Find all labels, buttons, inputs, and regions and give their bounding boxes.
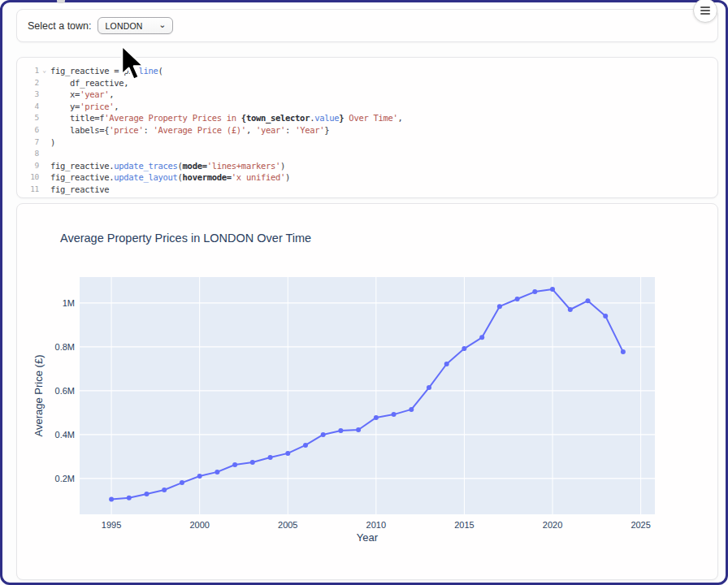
line-number: 8 bbox=[22, 148, 39, 160]
data-point[interactable] bbox=[303, 443, 308, 448]
fold-spacer bbox=[39, 77, 50, 89]
fold-spacer bbox=[39, 112, 50, 124]
data-point[interactable] bbox=[250, 460, 255, 465]
code-text: x='year', bbox=[50, 89, 114, 101]
code-text: fig_reactive = px.line( bbox=[50, 65, 163, 77]
fold-spacer bbox=[39, 171, 50, 184]
chevron-down-icon: ⌄ bbox=[158, 20, 166, 28]
code-text: fig_reactive.update_traces(mode='lines+m… bbox=[50, 160, 285, 172]
fold-icon[interactable]: ⌄ bbox=[39, 65, 50, 77]
x-tick-label: 1995 bbox=[102, 520, 121, 530]
data-point[interactable] bbox=[497, 304, 502, 309]
town-dropdown[interactable]: LONDON ⌄ bbox=[98, 17, 173, 34]
data-point[interactable] bbox=[603, 314, 608, 318]
code-line[interactable]: 10fig_reactive.update_layout(hovermode='… bbox=[22, 171, 713, 184]
price-chart-svg[interactable]: 19952000200520102015202020250.2M0.4M0.6M… bbox=[17, 204, 719, 579]
data-point[interactable] bbox=[479, 335, 484, 340]
data-point[interactable] bbox=[321, 432, 326, 437]
code-text: labels={'price': 'Average Price (£)', 'y… bbox=[50, 124, 329, 136]
code-line[interactable]: 7) bbox=[22, 136, 713, 149]
code-line[interactable]: 9fig_reactive.update_traces(mode='lines+… bbox=[22, 160, 713, 172]
line-number: 10 bbox=[22, 171, 39, 184]
x-tick-label: 2015 bbox=[454, 520, 474, 530]
data-point[interactable] bbox=[462, 346, 466, 351]
data-point[interactable] bbox=[392, 412, 396, 417]
data-point[interactable] bbox=[145, 492, 150, 496]
fold-spacer bbox=[39, 184, 50, 196]
y-tick-label: 1M bbox=[63, 298, 75, 308]
line-number: 11 bbox=[22, 184, 39, 196]
x-tick-label: 2005 bbox=[278, 520, 297, 530]
data-point[interactable] bbox=[356, 427, 361, 432]
data-point[interactable] bbox=[621, 349, 626, 354]
y-tick-label: 0.4M bbox=[55, 430, 75, 440]
fold-spacer bbox=[39, 160, 50, 172]
code-text: df_reactive, bbox=[50, 77, 128, 89]
data-point[interactable] bbox=[197, 474, 202, 479]
data-point[interactable] bbox=[232, 462, 237, 467]
data-point[interactable] bbox=[285, 451, 290, 456]
data-point[interactable] bbox=[550, 287, 555, 292]
data-point[interactable] bbox=[214, 470, 219, 474]
code-line[interactable]: 8 bbox=[22, 148, 713, 160]
y-tick-label: 0.6M bbox=[55, 386, 75, 396]
x-tick-label: 2020 bbox=[543, 520, 562, 530]
x-tick-label: 2025 bbox=[630, 520, 650, 530]
x-axis-title: Year bbox=[357, 531, 379, 544]
code-line[interactable]: 4 y='price', bbox=[22, 101, 713, 113]
data-point[interactable] bbox=[180, 480, 184, 485]
data-point[interactable] bbox=[532, 289, 537, 294]
select-town-label: Select a town: bbox=[28, 20, 92, 32]
chart-title: Average Property Prices in LONDON Over T… bbox=[60, 232, 311, 245]
code-line[interactable]: 1⌄fig_reactive = px.line( bbox=[22, 65, 713, 77]
code-text: fig_reactive.update_layout(hovermode='x … bbox=[50, 171, 290, 184]
fold-spacer bbox=[39, 124, 50, 136]
hamburger-icon bbox=[700, 6, 710, 8]
x-tick-label: 2000 bbox=[189, 520, 209, 530]
fold-spacer bbox=[39, 148, 50, 160]
code-line[interactable]: 3 x='year', bbox=[22, 89, 713, 101]
fold-spacer bbox=[39, 136, 50, 149]
code-cell: 1⌄fig_reactive = px.line(2 df_reactive,3… bbox=[16, 57, 718, 198]
data-point[interactable] bbox=[427, 385, 431, 390]
app-window: Select a town: LONDON ⌄ 1⌄fig_reactive =… bbox=[0, 0, 728, 585]
code-line[interactable]: 11fig_reactive bbox=[22, 184, 713, 196]
line-number: 9 bbox=[22, 160, 39, 172]
line-number: 6 bbox=[22, 124, 39, 136]
line-number: 1 bbox=[22, 65, 39, 77]
data-point[interactable] bbox=[109, 497, 114, 502]
code-text: y='price', bbox=[50, 101, 119, 113]
line-number: 7 bbox=[22, 136, 39, 149]
town-dropdown-value: LONDON bbox=[106, 21, 159, 31]
line-number: 4 bbox=[22, 101, 39, 113]
data-point[interactable] bbox=[515, 297, 520, 301]
data-point[interactable] bbox=[586, 298, 591, 303]
data-point[interactable] bbox=[127, 496, 132, 500]
drag-handle bbox=[57, 0, 65, 3]
data-point[interactable] bbox=[374, 415, 379, 420]
selector-cell: Select a town: LONDON ⌄ bbox=[16, 9, 718, 42]
code-line[interactable]: 5 title=f'Average Property Prices in {to… bbox=[22, 112, 713, 124]
fold-spacer bbox=[39, 101, 50, 113]
code-text: ) bbox=[50, 136, 55, 149]
data-point[interactable] bbox=[338, 428, 343, 433]
fold-spacer bbox=[39, 89, 50, 101]
x-tick-label: 2010 bbox=[366, 520, 386, 530]
y-axis-title: Average Price (£) bbox=[32, 355, 45, 437]
y-tick-label: 0.2M bbox=[55, 474, 75, 483]
chart-cell: 19952000200520102015202020250.2M0.4M0.6M… bbox=[16, 203, 718, 580]
code-editor[interactable]: 1⌄fig_reactive = px.line(2 df_reactive,3… bbox=[22, 65, 713, 196]
code-line[interactable]: 6 labels={'price': 'Average Price (£)', … bbox=[22, 124, 713, 136]
line-number: 5 bbox=[22, 112, 39, 124]
data-point[interactable] bbox=[444, 362, 449, 366]
data-point[interactable] bbox=[268, 455, 273, 460]
code-text: title=f'Average Property Prices in {town… bbox=[50, 112, 403, 124]
line-number: 2 bbox=[22, 77, 39, 89]
line-number: 3 bbox=[22, 89, 39, 101]
code-text: fig_reactive bbox=[50, 184, 109, 196]
data-point[interactable] bbox=[409, 407, 414, 412]
data-point[interactable] bbox=[162, 488, 167, 492]
y-tick-label: 0.8M bbox=[55, 342, 75, 352]
data-point[interactable] bbox=[568, 307, 573, 312]
code-line[interactable]: 2 df_reactive, bbox=[22, 77, 713, 89]
